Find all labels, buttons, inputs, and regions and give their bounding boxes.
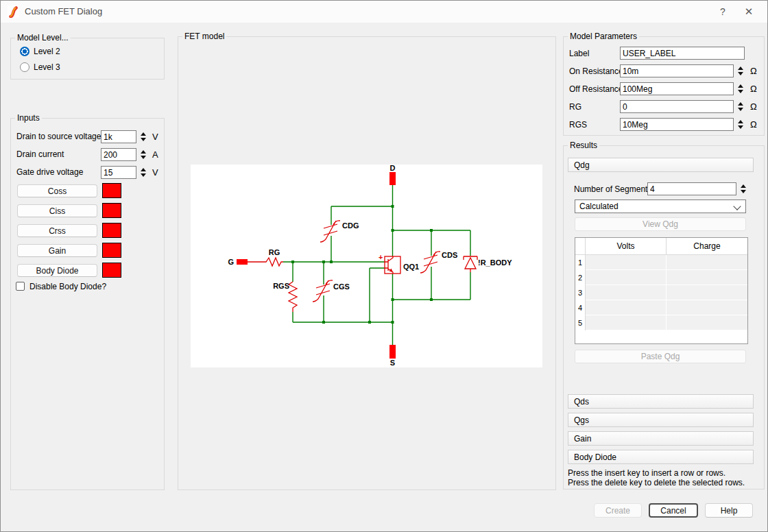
rg-param-spinner[interactable] [735,100,745,113]
body-diode-button[interactable]: Body Diode [17,264,97,277]
volts-cell[interactable] [586,270,667,285]
on-resistance-spinner[interactable] [735,64,745,77]
paste-qdg-button[interactable]: Paste Qdg [575,350,746,363]
drain-current-spinner[interactable] [138,148,148,161]
charge-cell[interactable] [667,255,747,270]
spin-up-arrow[interactable] [741,184,746,188]
row-number: 1 [575,255,586,270]
volts-cell[interactable] [586,315,667,330]
spin-down-arrow[interactable] [738,108,743,111]
drain-to-source-voltage-input[interactable] [101,130,136,143]
section-gain[interactable]: Gain [568,431,754,446]
drain-label: D [390,165,396,172]
radio-level-2[interactable] [20,47,29,56]
radio-level-2-label[interactable]: Level 2 [34,47,60,56]
gain-color-swatch[interactable] [102,243,121,258]
rg-param-input[interactable] [620,100,734,113]
number-of-segments-spinner[interactable] [738,182,748,195]
create-button[interactable]: Create [594,503,642,518]
crss-color-swatch[interactable] [102,223,121,238]
label-field-input[interactable] [620,47,745,60]
ciss-color-swatch[interactable] [102,203,121,218]
spin-down-arrow[interactable] [738,125,743,129]
coss-button[interactable]: Coss [17,184,97,197]
spin-down-arrow[interactable] [141,156,146,159]
volts-cell[interactable] [586,300,667,315]
row-number: 2 [575,270,586,285]
section-body-diode[interactable]: Body Diode [568,450,754,464]
cgs-capacitor [313,280,333,302]
help-titlebar-button[interactable]: ? [712,1,733,23]
number-of-segments-input[interactable] [647,182,736,195]
view-qdg-button[interactable]: View Qdg [575,217,746,231]
disable-body-diode-label[interactable]: Disable Body Diode? [29,282,106,291]
charge-cell[interactable] [667,270,747,285]
spin-up-arrow[interactable] [738,102,743,106]
help-button[interactable]: Help [705,503,753,518]
volts-cell[interactable] [586,255,667,270]
charge-cell[interactable] [667,285,747,300]
close-icon[interactable]: ✕ [739,1,759,23]
spin-down-arrow[interactable] [738,90,743,93]
spin-up-arrow[interactable] [738,84,743,88]
gain-button[interactable]: Gain [17,244,97,257]
drain-to-source-voltage-label: Drain to source voltage [16,132,101,141]
gate-drive-voltage-spinner[interactable] [138,166,148,179]
section-qgs[interactable]: Qgs [568,413,754,427]
table-row[interactable]: 2 [575,270,747,285]
qdg-table-header-row: Volts Charge [575,238,747,255]
rgs-param-input[interactable] [620,118,734,131]
charge-cell[interactable] [667,300,747,315]
results-group-label: Results [568,141,599,150]
spin-down-arrow[interactable] [141,173,146,177]
off-resistance-input[interactable] [620,82,734,95]
coss-color-swatch[interactable] [102,183,121,198]
on-resistance-input[interactable] [620,64,734,77]
model-parameters-group-label: Model Parameters [568,32,639,41]
off-resistance-label: Off Resistance [569,84,623,94]
disable-body-diode-checkbox[interactable] [16,282,25,291]
crss-button[interactable]: Crss [17,224,97,237]
volts-cell[interactable] [586,285,667,300]
section-qds[interactable]: Qds [568,394,754,409]
rg-label: RG [269,248,280,256]
spin-up-arrow[interactable] [738,120,743,123]
title-bar[interactable]: Custom FET Dialog ? ✕ [1,1,767,23]
gate-drive-voltage-input[interactable] [101,166,136,179]
table-row[interactable]: 4 [575,300,747,315]
gate-label: G [228,258,234,266]
radio-level-3-label[interactable]: Level 3 [34,62,60,72]
table-row[interactable]: 5 [575,315,747,330]
spin-up-arrow[interactable] [141,150,146,154]
section-qdg[interactable]: Qdg [568,158,754,172]
body-diode-color-swatch[interactable] [102,263,121,278]
rgs-param-spinner[interactable] [735,118,745,131]
spin-up-arrow[interactable] [141,132,146,136]
charge-cell[interactable] [667,315,747,330]
drain-to-source-voltage-spinner[interactable] [138,130,148,143]
ciss-button[interactable]: Ciss [17,204,97,217]
volts-column-header[interactable]: Volts [586,238,667,254]
qq1-label: QQ1 [403,263,419,271]
spin-down-arrow[interactable] [738,72,743,75]
label-field-label: Label [569,49,589,58]
spin-down-arrow[interactable] [741,190,746,193]
spin-up-arrow[interactable] [141,168,146,171]
off-resistance-spinner[interactable] [735,82,745,95]
qdg-table[interactable]: Volts Charge 1 2 3 4 5 [575,237,748,344]
source-select[interactable]: Calculated [575,200,746,213]
number-of-segments-label: Number of Segments [574,184,651,194]
schematic-wires [283,185,470,345]
spin-down-arrow[interactable] [141,138,146,141]
radio-level-3[interactable] [20,62,29,72]
drain-current-input[interactable] [101,148,136,161]
table-row[interactable]: 1 [575,255,747,270]
table-row[interactable]: 3 [575,285,747,300]
rg-param-unit: Ω [750,101,757,112]
rgs-param-unit: Ω [750,119,757,130]
spin-up-arrow[interactable] [738,66,743,70]
rg-resistor [248,258,283,266]
gate-drive-voltage-unit: V [152,167,158,178]
cancel-button[interactable]: Cancel [649,503,698,518]
charge-column-header[interactable]: Charge [667,238,747,254]
